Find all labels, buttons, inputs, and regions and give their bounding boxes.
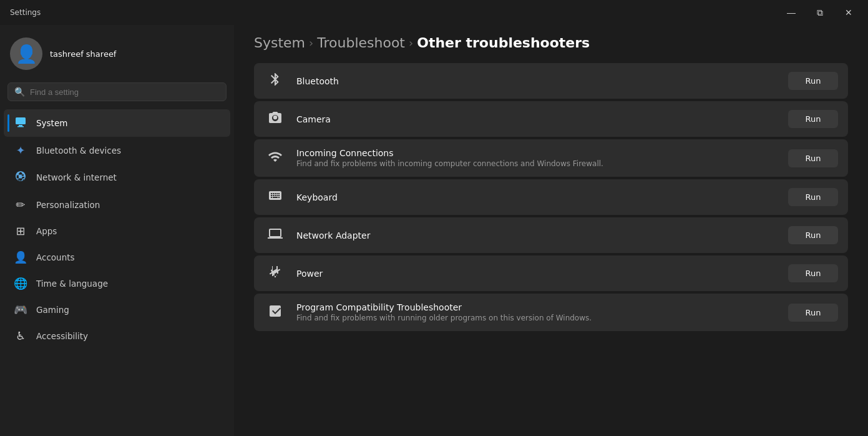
gaming-icon: 🎮	[14, 303, 27, 316]
incoming-connections-title: Incoming Connections	[296, 148, 778, 158]
network-icon	[14, 170, 27, 185]
power-title: Power	[296, 269, 778, 279]
program-compatibility-title: Program Compatibility Troubleshooter	[296, 302, 778, 312]
title-bar-controls: — ⧉ ✕	[777, 2, 863, 22]
close-button[interactable]: ✕	[834, 2, 863, 22]
program-compatibility-info: Program Compatibility Troubleshooter Fin…	[296, 302, 778, 322]
sidebar-item-network[interactable]: Network & internet	[4, 164, 230, 191]
troubleshooter-incoming-connections: Incoming Connections Find and fix proble…	[254, 139, 848, 177]
svg-rect-1	[19, 125, 22, 126]
sidebar-item-label-system: System	[36, 118, 67, 128]
network-adapter-info: Network Adapter	[296, 230, 778, 240]
accounts-icon: 👤	[14, 250, 27, 264]
power-run-button[interactable]: Run	[788, 264, 838, 282]
camera-t-icon	[264, 110, 286, 128]
nav-menu: System ✦ Bluetooth & devices Network & i…	[0, 109, 234, 349]
sidebar: 👤 tashreef shareef 🔍 System	[0, 25, 234, 436]
breadcrumb-sep-1: ›	[309, 36, 313, 49]
sidebar-item-accounts[interactable]: 👤 Accounts	[4, 244, 230, 270]
sidebar-item-label-personalization: Personalization	[36, 200, 100, 210]
search-input[interactable]	[30, 87, 220, 97]
power-info: Power	[296, 269, 778, 279]
sidebar-item-time[interactable]: 🌐 Time & language	[4, 270, 230, 296]
app-body: 👤 tashreef shareef 🔍 System	[0, 25, 868, 436]
sidebar-item-label-bluetooth: Bluetooth & devices	[36, 146, 121, 156]
program-compatibility-t-icon	[264, 304, 286, 322]
keyboard-info: Keyboard	[296, 192, 778, 202]
camera-run-button[interactable]: Run	[788, 110, 838, 128]
sidebar-item-bluetooth[interactable]: ✦ Bluetooth & devices	[4, 137, 230, 163]
keyboard-run-button[interactable]: Run	[788, 188, 838, 206]
bluetooth-info: Bluetooth	[296, 76, 778, 86]
avatar: 👤	[10, 37, 42, 70]
troubleshooter-bluetooth: Bluetooth Run	[254, 63, 848, 99]
personalization-icon: ✏️	[14, 198, 27, 211]
network-adapter-title: Network Adapter	[296, 230, 778, 240]
program-compatibility-run-button[interactable]: Run	[788, 304, 838, 322]
system-icon	[14, 116, 27, 131]
bluetooth-title: Bluetooth	[296, 76, 778, 86]
sidebar-item-accessibility[interactable]: ♿ Accessibility	[4, 323, 230, 349]
troubleshooter-program-compatibility: Program Compatibility Troubleshooter Fin…	[254, 294, 848, 331]
troubleshooter-list: Bluetooth Run Camera Run	[234, 63, 868, 331]
incoming-connections-t-icon	[264, 149, 286, 167]
breadcrumb-system[interactable]: System	[254, 35, 305, 51]
incoming-connections-desc: Find and fix problems with incoming comp…	[296, 159, 778, 168]
sidebar-item-label-network: Network & internet	[36, 172, 117, 182]
power-t-icon	[264, 264, 286, 282]
accessibility-icon: ♿	[14, 329, 27, 342]
sidebar-item-label-accounts: Accounts	[36, 252, 75, 262]
bluetooth-t-icon	[264, 72, 286, 90]
camera-title: Camera	[296, 114, 778, 124]
bluetooth-nav-icon: ✦	[14, 144, 27, 157]
search-icon: 🔍	[14, 87, 25, 97]
minimize-button[interactable]: —	[777, 2, 806, 22]
keyboard-title: Keyboard	[296, 192, 778, 202]
camera-info: Camera	[296, 114, 778, 124]
sidebar-item-label-gaming: Gaming	[36, 305, 69, 315]
sidebar-item-label-time: Time & language	[36, 279, 108, 289]
troubleshooter-network-adapter: Network Adapter Run	[254, 217, 848, 253]
sidebar-item-label-accessibility: Accessibility	[36, 331, 88, 341]
breadcrumb-sep-2: ›	[409, 36, 413, 49]
avatar-icon: 👤	[16, 44, 37, 64]
title-bar: Settings — ⧉ ✕	[0, 0, 868, 25]
title-bar-title: Settings	[10, 8, 41, 17]
maximize-button[interactable]: ⧉	[806, 2, 834, 22]
sidebar-item-personalization[interactable]: ✏️ Personalization	[4, 192, 230, 217]
svg-rect-2	[17, 126, 24, 127]
keyboard-t-icon	[264, 188, 286, 206]
bluetooth-run-button[interactable]: Run	[788, 72, 838, 90]
apps-icon: ⊞	[14, 224, 27, 237]
incoming-connections-run-button[interactable]: Run	[788, 149, 838, 167]
time-icon: 🌐	[14, 277, 27, 290]
sidebar-item-gaming[interactable]: 🎮 Gaming	[4, 297, 230, 322]
breadcrumb-other: Other troubleshooters	[417, 35, 590, 51]
incoming-connections-info: Incoming Connections Find and fix proble…	[296, 148, 778, 168]
user-name: tashreef shareef	[50, 49, 116, 59]
user-section: 👤 tashreef shareef	[0, 25, 234, 80]
breadcrumb: System › Troubleshoot › Other troublesho…	[234, 25, 868, 63]
search-box: 🔍	[7, 82, 227, 101]
troubleshooter-power: Power Run	[254, 255, 848, 291]
sidebar-item-apps[interactable]: ⊞ Apps	[4, 218, 230, 244]
breadcrumb-troubleshoot[interactable]: Troubleshoot	[317, 35, 405, 51]
program-compatibility-desc: Find and fix problems with running older…	[296, 314, 778, 322]
troubleshooter-keyboard: Keyboard Run	[254, 179, 848, 215]
title-bar-left: Settings	[10, 8, 41, 17]
sidebar-item-label-apps: Apps	[36, 226, 57, 236]
troubleshooter-camera: Camera Run	[254, 101, 848, 137]
main-content: System › Troubleshoot › Other troublesho…	[234, 25, 868, 436]
sidebar-item-system[interactable]: System	[4, 109, 230, 137]
network-adapter-t-icon	[264, 226, 286, 244]
svg-rect-0	[16, 117, 26, 124]
network-adapter-run-button[interactable]: Run	[788, 226, 838, 244]
